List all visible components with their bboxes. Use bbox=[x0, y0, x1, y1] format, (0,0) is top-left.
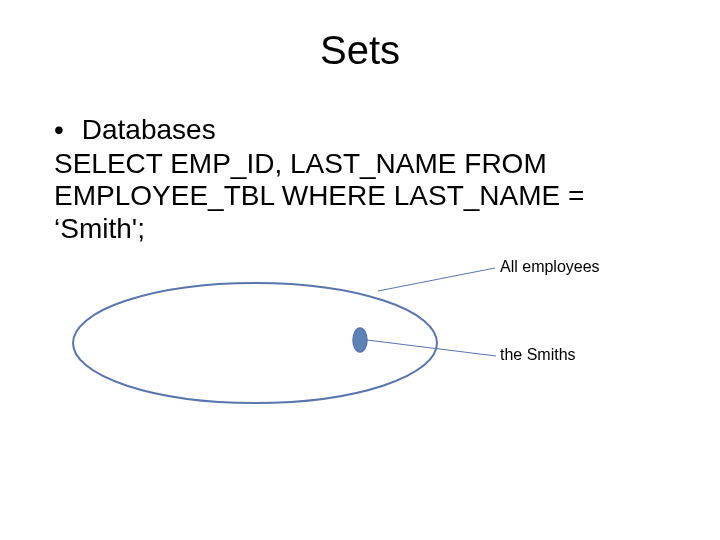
sql-line-1: SELECT EMP_ID, LAST_NAME FROM bbox=[54, 148, 674, 180]
slide-title: Sets bbox=[0, 28, 720, 73]
outer-set-ellipse bbox=[73, 283, 437, 403]
bullet-text: Databases bbox=[82, 114, 216, 145]
sql-line-2: EMPLOYEE_TBL WHERE LAST_NAME = ‘Smith'; bbox=[54, 180, 674, 244]
slide: Sets • Databases SELECT EMP_ID, LAST_NAM… bbox=[0, 0, 720, 540]
inner-set-ellipse bbox=[353, 328, 367, 352]
leader-line-outer bbox=[378, 268, 495, 291]
inner-set-label: the Smiths bbox=[500, 346, 576, 364]
outer-set-label: All employees bbox=[500, 258, 600, 276]
slide-body: • Databases SELECT EMP_ID, LAST_NAME FRO… bbox=[54, 114, 674, 245]
venn-diagram: All employees the Smiths bbox=[60, 258, 680, 478]
leader-line-inner bbox=[367, 340, 496, 356]
bullet-line: • Databases bbox=[54, 114, 674, 146]
venn-svg bbox=[60, 258, 680, 478]
bullet-marker: • bbox=[54, 114, 74, 146]
